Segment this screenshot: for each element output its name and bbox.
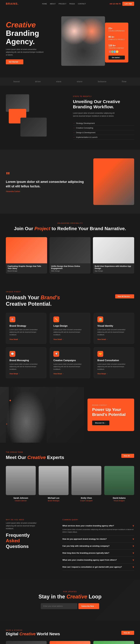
nav-link-home[interactable]: HOME [42,3,47,5]
workflow-steps: Strategy Development Creative Concepting… [73,121,134,140]
services-title-accent: Brand's [41,294,60,300]
news-view-all-button[interactable]: View All → [121,631,134,635]
workflow-step-1: Strategy Development [73,121,134,126]
faq-question-4[interactable]: How long does the branding process typic… [62,552,134,554]
team-card-michael: Michael Lee Brand Strategist [39,466,69,502]
hero-cta-button[interactable]: Get Started → [6,60,23,64]
team-view-all-button[interactable]: View All → [121,454,134,458]
stats-cta-button[interactable]: Get started → [108,56,125,60]
faq-question-1[interactable]: What services does your creative brandin… [62,524,134,527]
team-card-sarah: Sarah Johnson Creative Director [6,466,36,502]
workflow-step-3: Design & Development [73,130,134,135]
service-card-brand-messaging: 💬 Brand Messaging Lorem ipsum dolor sit … [6,347,46,378]
brand-stem: stem [56,80,62,83]
portfolio-title: Join Our Project to Redefine Your Brand … [6,226,134,231]
service-icon-logo-design: ✏️ [53,316,59,322]
faq-question-5[interactable]: What sets your creative branding agency … [62,558,134,561]
nav-phone: +90 123 456 78 [109,3,121,5]
news-title: Digital Creative World News [6,632,60,636]
faq-title-accent: Asked [6,538,20,543]
nav-link-about[interactable]: ABOUT [50,3,56,5]
service-desc-brand-messaging: Lorem ipsum dolor sit amet consectetur a… [10,363,43,370]
faq-right: Common Query What services does your cre… [62,519,134,570]
faq-chevron-5: ∨ [132,558,134,561]
hero-title-main: BrandingAgency. [6,29,39,46]
faq-item-5: What sets your creative branding agency … [62,556,134,564]
nav-cta-button[interactable]: Let's Talk [122,2,134,6]
powerup-human [6,390,47,443]
services-title: Unleash Your Brand'sCreative Potential. [6,294,60,307]
hero-content: Creative BrandingAgency. Lorem ipsum dol… [6,21,61,64]
team-photo-david [104,466,134,495]
powerup-cta-button[interactable]: Discover Us → [92,420,109,425]
stats-box: 21+ Hours Experience 85 k+ Complete Proj… [105,22,128,62]
stat-projects-number: 85 k [108,36,113,38]
stat-projects: 85 k+ Complete Project [108,34,125,40]
team-name-emily: Emily Chen [71,497,101,499]
workflow-image-3 [21,118,47,136]
workflow-section: Steps to Reently Unveiling Our Creative … [0,86,140,150]
brand-flow: flow [122,80,126,83]
service-link-creative-campaigns[interactable]: View Detail → [53,373,86,374]
portfolio-card-1: Captivating Graphic Design that Tells Yo… [6,237,47,274]
stat-experience-label: Hours Experience [108,30,125,32]
services-view-all-button[interactable]: View All Service → [115,294,134,298]
portfolio-grid: Captivating Graphic Design that Tells Yo… [6,237,134,274]
hero-title-accent: Creative [6,20,36,29]
service-link-brand-strategy[interactable]: View Detail → [10,338,43,340]
portfolio-header: Unleashing Originality Join Our Project … [6,222,134,231]
portfolio-img-1 [6,237,47,263]
services-grid: 🎯 Brand Strategy Lorem ipsum dolor sit a… [6,313,134,378]
navigation: BRAINS. HOME ABOUT PROJECT PAGES CONTACT… [0,0,140,8]
faq-intro-text: Lorem ipsum dolor sit amet consectetur a… [6,522,38,530]
service-card-brand-strategy: 🎯 Brand Strategy Lorem ipsum dolor sit a… [6,313,46,344]
service-link-logo-design[interactable]: View Detail → [53,338,86,340]
nav-link-contact[interactable]: CONTACT [78,3,86,5]
service-link-visual-identity[interactable]: View Detail → [97,338,130,340]
faq-question-2-text: How do you approach brand strategy for c… [62,538,107,540]
powerup-eyebrow: BRAND ENERGY [92,404,129,406]
workflow-description: Lorem ipsum dolor sit amet consectetur a… [73,112,117,117]
service-link-brand-consultation[interactable]: View Detail → [97,373,130,374]
newsletter-subscribe-button[interactable]: Subscribe Now → [78,603,99,609]
team-header: The Dream Team Meet Our Creative Experts… [6,452,134,460]
team-role-emily: Graphic Designer [71,500,101,502]
testimonial-section: " Lorem ipsum dolor sit amet consectetur… [0,150,140,214]
service-name-logo-design: Logo Design [53,324,86,327]
powerup-section: ✦ ✦ BRAND ENERGY Power Up Your Brand's P… [0,387,140,442]
brand-boost: boost [14,80,20,83]
nav-link-project[interactable]: PROJECT [59,3,67,5]
portfolio-card-1-title: Captivating Graphic Design that Tells Yo… [8,265,45,270]
newsletter-email-input[interactable] [41,603,77,609]
stat-companies: 120 k+ Trusted Company [108,43,125,53]
team-card-david: David Adams Visual Designer [104,466,134,502]
portfolio-img-2 [49,237,91,263]
faq-item-1: What services does your creative brandin… [62,522,134,536]
portfolio-card-3-title: Build User Experience with Intuitive App… [95,265,132,270]
stat-experience: 21+ Hours Experience [108,26,125,32]
faq-question-6[interactable]: How can I request a consultation or get … [62,566,134,568]
faq-chevron-6: ∨ [132,566,134,568]
faq-question-3[interactable]: Can you help with rebranding an existing… [62,544,134,547]
team-section: The Dream Team Meet Our Creative Experts… [0,443,140,510]
news-grid: Design Typography Delights: Harnessing t… [6,641,134,644]
service-icon-brand-strategy: 🎯 [10,316,15,322]
brand-strip: boost drive stem store balance flow [0,78,140,86]
news-title-accent: Creative [19,632,36,636]
nav-link-pages[interactable]: PAGES [69,3,75,5]
services-header: Unleash Your Brand'sCreative Potential. … [6,294,134,307]
service-card-creative-campaigns: 📢 Creative Campaigns Lorem ipsum dolor s… [50,347,90,378]
faq-title: FrequentlyAskedQuestions [6,532,54,549]
workflow-title: Unveiling Our Creative Branding Workflow… [73,99,134,110]
team-role-david: Visual Designer [104,500,134,502]
service-name-brand-strategy: Brand Strategy [10,324,43,327]
newsletter-eyebrow: For Updates [6,591,134,592]
service-link-brand-messaging[interactable]: View Detail → [10,373,43,374]
faq-chevron-3: ∨ [132,544,134,547]
faq-question-2[interactable]: How do you approach brand strategy for c… [62,538,134,540]
newsletter-section: For Updates Stay in the Creative Loop Su… [0,579,140,621]
portfolio-title-accent: Project [34,226,50,231]
news-img-1 [6,641,47,644]
faq-question-3-text: Can you help with rebranding an existing… [62,545,109,547]
service-desc-logo-design: Lorem ipsum dolor sit amet consectetur a… [53,328,86,336]
